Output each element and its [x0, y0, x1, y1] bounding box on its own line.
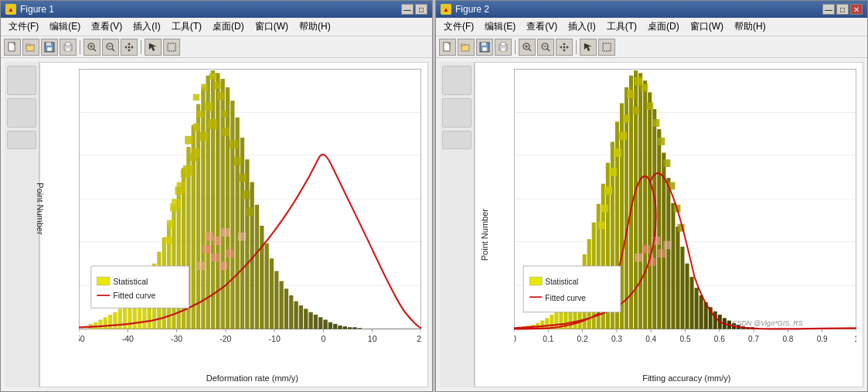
- svg-marker-18: [124, 46, 127, 49]
- svg-rect-22: [168, 43, 175, 51]
- figure2-x-label: Fitting accuracy (mm/y): [642, 373, 730, 383]
- svg-text:-40: -40: [122, 334, 134, 343]
- svg-rect-102: [328, 322, 332, 329]
- svg-marker-19: [131, 46, 134, 49]
- menu-edit-2[interactable]: 编辑(E): [480, 19, 520, 34]
- svg-rect-8: [66, 48, 70, 51]
- menu-window-2[interactable]: 窗口(W): [686, 19, 728, 34]
- toolbar-pan-1[interactable]: [121, 39, 138, 56]
- svg-rect-271: [598, 222, 605, 230]
- svg-rect-144: [242, 190, 250, 199]
- svg-rect-263: [641, 84, 648, 92]
- menu-desktop-1[interactable]: 桌面(D): [208, 19, 249, 34]
- svg-rect-94: [289, 295, 293, 329]
- menu-help-2[interactable]: 帮助(H): [730, 19, 771, 34]
- svg-rect-133: [205, 233, 213, 241]
- figure2-menubar: 文件(F) 编辑(E) 查看(V) 插入(I) 工具(T) 桌面(D) 窗口(W…: [436, 18, 867, 36]
- figure2-close[interactable]: ✕: [850, 4, 863, 15]
- figure1-minimize[interactable]: —: [401, 4, 414, 15]
- svg-rect-125: [203, 245, 211, 254]
- svg-text:0.4: 0.4: [645, 334, 656, 343]
- svg-rect-145: [246, 207, 254, 216]
- figure2-titlebar: ▲ Figure 2 — □ ✕: [436, 1, 867, 18]
- svg-marker-21: [149, 43, 156, 51]
- svg-rect-281: [635, 254, 642, 262]
- menu-tools-2[interactable]: 工具(T): [602, 19, 642, 34]
- figure2-y-label: Point Number: [480, 209, 489, 261]
- toolbar-zoom-in-2[interactable]: [519, 39, 536, 56]
- svg-rect-100: [318, 317, 322, 329]
- toolbar-sep1-2: [515, 40, 516, 54]
- svg-rect-54: [94, 322, 97, 329]
- menu-view-2[interactable]: 查看(V): [522, 19, 562, 34]
- menu-help-1[interactable]: 帮助(H): [294, 19, 335, 34]
- toolbar-arrow-1[interactable]: [145, 39, 162, 56]
- svg-rect-265: [623, 115, 630, 123]
- svg-rect-272: [646, 102, 653, 110]
- figure2-title-left: ▲ Figure 2: [441, 4, 489, 15]
- svg-rect-279: [642, 245, 650, 254]
- svg-marker-169: [560, 46, 562, 49]
- svg-rect-99: [314, 315, 318, 329]
- toolbar-select-2[interactable]: [598, 39, 615, 56]
- toolbar-open-1[interactable]: [22, 39, 39, 56]
- svg-rect-85: [245, 159, 249, 329]
- svg-text:Statistical: Statistical: [113, 277, 148, 286]
- menu-view-1[interactable]: 查看(V): [87, 19, 127, 34]
- figure2-title: Figure 2: [455, 4, 489, 15]
- svg-text:Fitted curve: Fitted curve: [113, 291, 155, 300]
- menu-file-1[interactable]: 文件(F): [4, 19, 43, 34]
- svg-text:0.7: 0.7: [748, 334, 759, 343]
- toolbar-print-1[interactable]: [60, 39, 77, 56]
- toolbar-open-2[interactable]: [458, 39, 475, 56]
- figure2-maximize[interactable]: □: [836, 4, 849, 15]
- svg-rect-101: [323, 320, 327, 329]
- svg-rect-115: [217, 92, 224, 100]
- figure2-thumb2: [442, 98, 471, 128]
- figure1-menubar: 文件(F) 编辑(E) 查看(V) 插入(I) 工具(T) 桌面(D) 窗口(W…: [1, 18, 432, 36]
- menu-edit-1[interactable]: 编辑(E): [45, 19, 85, 34]
- toolbar-pan-2[interactable]: [556, 39, 573, 56]
- toolbar-zoom-out-1[interactable]: [102, 39, 119, 56]
- toolbar-zoom-out-2[interactable]: [537, 39, 554, 56]
- menu-file-2[interactable]: 文件(F): [439, 19, 478, 34]
- svg-rect-283: [658, 249, 665, 257]
- menu-insert-2[interactable]: 插入(I): [563, 19, 600, 34]
- menu-desktop-2[interactable]: 桌面(D): [643, 19, 684, 34]
- figure1-sidebar: [5, 62, 39, 387]
- svg-marker-172: [584, 43, 591, 51]
- toolbar-select-1[interactable]: [163, 39, 180, 56]
- svg-rect-113: [205, 102, 213, 111]
- svg-rect-96: [299, 305, 303, 329]
- svg-rect-139: [172, 199, 181, 208]
- figure2-minimize[interactable]: —: [822, 4, 835, 15]
- svg-text:0.8: 0.8: [782, 334, 793, 343]
- svg-text:0.1: 0.1: [543, 334, 553, 343]
- svg-rect-116: [222, 111, 228, 118]
- svg-rect-123: [167, 220, 174, 227]
- toolbar-save-1[interactable]: [41, 39, 58, 56]
- svg-point-20: [128, 46, 131, 48]
- svg-text:-10: -10: [269, 334, 281, 343]
- toolbar-new-1[interactable]: [4, 39, 21, 56]
- svg-text:0.3: 0.3: [611, 334, 622, 343]
- toolbar-print-2[interactable]: [495, 39, 512, 56]
- menu-tools-1[interactable]: 工具(T): [167, 19, 206, 34]
- figure1-title-left: ▲ Figure 1: [5, 4, 54, 15]
- toolbar-zoom-in-1[interactable]: [83, 39, 100, 56]
- svg-rect-124: [165, 237, 172, 244]
- svg-rect-242: [671, 203, 675, 329]
- svg-rect-117: [185, 136, 193, 145]
- toolbar-new-2[interactable]: [439, 39, 456, 56]
- toolbar-save-2[interactable]: [476, 39, 493, 56]
- svg-rect-217: [554, 311, 558, 329]
- toolbar-arrow-2[interactable]: [580, 39, 597, 56]
- figure1-maximize[interactable]: □: [415, 4, 427, 15]
- svg-rect-284: [663, 240, 671, 249]
- figure2-chart-svg: 0 200 400 600 800 1000 0 0.1 0.2 0.3: [514, 69, 856, 354]
- menu-insert-1[interactable]: 插入(I): [128, 19, 165, 34]
- svg-rect-59: [118, 308, 122, 329]
- figure2-thumb1: [442, 66, 471, 95]
- figure1-chart-svg: 0 200 400 600 800 1000 1200 -50 -40: [79, 69, 421, 354]
- menu-window-1[interactable]: 窗口(W): [250, 19, 293, 34]
